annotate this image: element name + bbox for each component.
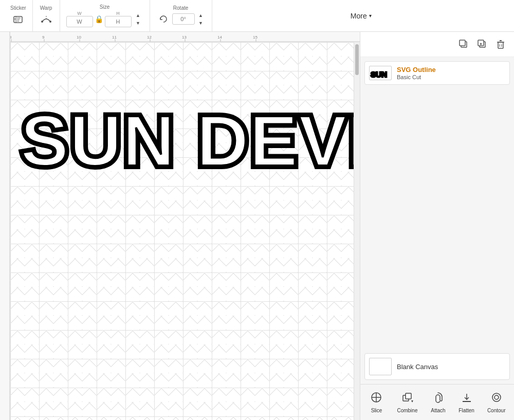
svg-text:10: 10 bbox=[77, 35, 81, 40]
canvas-area[interactable]: SUN DEVILS SUN DEVILS bbox=[10, 42, 360, 420]
combine-icon: ▾ bbox=[401, 391, 413, 406]
vertical-scrollbar[interactable] bbox=[354, 42, 360, 420]
lock-icon: 🔒 bbox=[95, 15, 103, 23]
layer-info: SVG Outline Basic Cut bbox=[397, 66, 505, 80]
rotate-down-button[interactable]: ▼ bbox=[196, 20, 206, 27]
svg-rect-27 bbox=[460, 40, 465, 46]
size-group: Size W 🔒 H ▲ ▼ bbox=[60, 0, 150, 31]
vertical-ruler bbox=[0, 32, 10, 420]
height-input[interactable] bbox=[105, 16, 132, 27]
svg-point-4 bbox=[49, 21, 51, 23]
flatten-button[interactable]: Flatten bbox=[454, 389, 479, 415]
layer-thumb: SUN bbox=[369, 66, 392, 80]
width-input[interactable] bbox=[66, 16, 93, 27]
svg-text:14: 14 bbox=[217, 35, 222, 40]
delete-layer-button[interactable] bbox=[492, 36, 509, 52]
warp-label: Warp bbox=[40, 5, 52, 11]
rotate-up-button[interactable]: ▲ bbox=[196, 12, 206, 19]
svg-point-46 bbox=[494, 395, 499, 399]
warp-button[interactable] bbox=[39, 12, 53, 26]
design-text[interactable]: SUN DEVILS SUN DEVILS bbox=[15, 94, 355, 178]
size-down-button[interactable]: ▼ bbox=[133, 20, 143, 27]
layer-actions bbox=[360, 32, 514, 57]
layer-type: Basic Cut bbox=[397, 74, 505, 80]
horizontal-ruler: 8 9 10 11 12 13 14 15 bbox=[0, 32, 360, 42]
contour-label: Contour bbox=[487, 408, 506, 413]
svg-text:9: 9 bbox=[42, 35, 45, 40]
svg-text:12: 12 bbox=[147, 35, 152, 40]
svg-text:11: 11 bbox=[112, 35, 117, 40]
contour-button[interactable]: Contour bbox=[483, 389, 510, 415]
sticker-item: Sticker bbox=[10, 5, 26, 26]
blank-canvas-label: Blank Canvas bbox=[397, 363, 438, 371]
layer-list: SUN SVG Outline Basic Cut bbox=[360, 57, 514, 349]
size-up-button[interactable]: ▲ bbox=[133, 12, 143, 19]
top-toolbar: Sticker Warp bbox=[0, 0, 514, 32]
svg-text:13: 13 bbox=[182, 35, 187, 40]
size-label: Size bbox=[100, 4, 109, 10]
layer-item-svg-outline[interactable]: SUN SVG Outline Basic Cut bbox=[364, 61, 510, 85]
flatten-icon bbox=[461, 391, 473, 406]
sticker-group: Sticker bbox=[4, 0, 33, 31]
blank-canvas-thumb bbox=[369, 358, 392, 375]
combine-button[interactable]: ▾ Combine bbox=[393, 389, 421, 415]
svg-point-3 bbox=[41, 21, 43, 23]
warp-item: Warp bbox=[39, 5, 53, 26]
more-group: More bbox=[212, 10, 510, 22]
sticker-label: Sticker bbox=[10, 5, 26, 11]
svg-text:SUN: SUN bbox=[371, 70, 387, 79]
attach-icon bbox=[432, 391, 444, 406]
attach-button[interactable]: Attach bbox=[426, 389, 450, 415]
svg-text:15: 15 bbox=[253, 35, 258, 40]
blank-canvas-item[interactable]: Blank Canvas bbox=[364, 353, 510, 380]
add-layer-button[interactable] bbox=[474, 36, 490, 52]
sticker-button[interactable] bbox=[11, 12, 25, 26]
attach-label: Attach bbox=[431, 408, 445, 413]
bottom-toolbar: Slice ▾ Combine Attach bbox=[360, 384, 514, 420]
slice-label: Slice bbox=[371, 408, 382, 413]
contour-icon bbox=[490, 391, 503, 406]
combine-label: Combine bbox=[397, 408, 417, 413]
svg-point-45 bbox=[492, 393, 501, 401]
warp-group: Warp bbox=[33, 0, 60, 31]
svg-rect-42 bbox=[406, 393, 411, 399]
rotate-group: Rotate ▲ ▼ bbox=[150, 0, 212, 31]
duplicate-layer-button[interactable] bbox=[455, 36, 472, 52]
slice-button[interactable]: Slice bbox=[364, 389, 388, 415]
size-item: Size W 🔒 H ▲ ▼ bbox=[66, 4, 143, 27]
flatten-label: Flatten bbox=[458, 408, 474, 413]
rotate-ccw-button[interactable] bbox=[156, 12, 171, 26]
scrollbar-thumb[interactable] bbox=[355, 44, 359, 75]
layer-name: SVG Outline bbox=[397, 66, 505, 74]
rotate-input[interactable] bbox=[172, 13, 195, 25]
right-panel: Layers Color Sync ✕ bbox=[360, 0, 514, 420]
svg-rect-32 bbox=[498, 42, 503, 48]
slice-icon bbox=[370, 391, 382, 406]
more-button[interactable]: More bbox=[345, 10, 377, 22]
svg-text:▾: ▾ bbox=[411, 399, 413, 404]
svg-text:SUN DEVILS: SUN DEVILS bbox=[21, 100, 355, 176]
rotate-item: Rotate ▲ ▼ bbox=[156, 5, 206, 27]
rotate-label: Rotate bbox=[173, 5, 188, 11]
